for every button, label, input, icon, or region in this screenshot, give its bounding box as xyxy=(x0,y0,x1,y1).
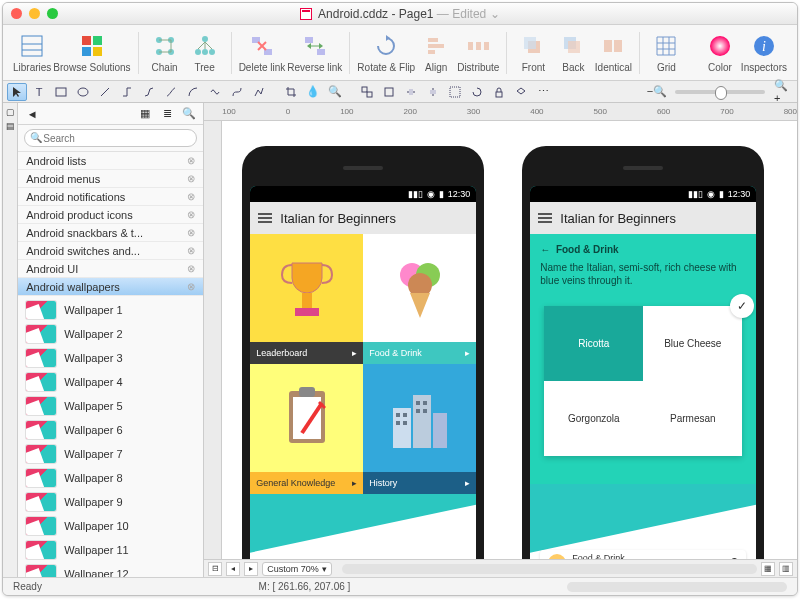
library-item[interactable]: Wallpaper 9 xyxy=(18,490,203,514)
svg-point-12 xyxy=(195,49,201,55)
snap-tool[interactable] xyxy=(445,83,465,101)
rect-tool[interactable] xyxy=(51,83,71,101)
more-tool[interactable]: ⋯ xyxy=(533,83,553,101)
chain-button[interactable]: Chain xyxy=(146,33,184,73)
spline-tool[interactable] xyxy=(205,83,225,101)
eyedropper-tool[interactable]: 💧 xyxy=(303,83,323,101)
tree-button[interactable]: Tree xyxy=(186,33,224,73)
library-item[interactable]: Wallpaper 7 xyxy=(18,442,203,466)
search-input[interactable] xyxy=(24,129,197,147)
distribute-button[interactable]: Distribute xyxy=(457,33,499,73)
close-icon[interactable]: ⊗ xyxy=(187,188,195,206)
zoom-select[interactable]: Custom 70%▾ xyxy=(262,562,332,576)
libraries-button[interactable]: Libraries xyxy=(13,33,51,73)
group-tool-1[interactable] xyxy=(357,83,377,101)
document-icon xyxy=(300,8,312,20)
ellipse-tool[interactable] xyxy=(73,83,93,101)
scroll-left-button[interactable]: ◂ xyxy=(226,562,240,576)
close-icon[interactable]: ⊗ xyxy=(187,170,195,188)
rotate-flip-button[interactable]: Rotate & Flip xyxy=(357,33,415,73)
panel-toggle-1[interactable]: ▢ xyxy=(6,107,15,117)
library-item[interactable]: Wallpaper 1 xyxy=(18,298,203,322)
zoom-slider[interactable] xyxy=(675,90,765,94)
align-button[interactable]: Align xyxy=(417,33,455,73)
align-tool-2[interactable] xyxy=(423,83,443,101)
sidebar-back-button[interactable]: ◄ xyxy=(24,106,40,122)
svg-marker-23 xyxy=(386,35,390,41)
connector-tool-3[interactable] xyxy=(161,83,181,101)
polyline-tool[interactable] xyxy=(249,83,269,101)
lock-tool[interactable] xyxy=(489,83,509,101)
layers-tool[interactable] xyxy=(511,83,531,101)
zoom-out-button[interactable]: −🔍 xyxy=(647,83,667,101)
category-item[interactable]: Android wallpapers⊗ xyxy=(18,278,203,296)
library-item[interactable]: Wallpaper 5 xyxy=(18,394,203,418)
library-item[interactable]: Wallpaper 10 xyxy=(18,514,203,538)
wallpaper-thumb-icon xyxy=(26,325,56,343)
bezier-tool[interactable] xyxy=(227,83,247,101)
panel-toggle-2[interactable]: ▤ xyxy=(6,121,15,131)
svg-line-42 xyxy=(101,88,109,96)
rotate-tool[interactable] xyxy=(467,83,487,101)
quiz-progress: Food & Drink 1 / 10 0 xyxy=(540,550,746,559)
close-icon[interactable]: ⊗ xyxy=(187,278,195,296)
category-item[interactable]: Android UI⊗ xyxy=(18,260,203,278)
canvas[interactable]: ▮▮▯ ◉ ▮ 12:30 Italian for Beginners xyxy=(222,121,797,559)
close-icon[interactable]: ⊗ xyxy=(187,224,195,242)
group-tool-2[interactable] xyxy=(379,83,399,101)
library-item[interactable]: Wallpaper 12 xyxy=(18,562,203,577)
title-chevron-icon[interactable]: ⌄ xyxy=(490,7,500,21)
library-item[interactable]: Wallpaper 3 xyxy=(18,346,203,370)
arc-tool[interactable] xyxy=(183,83,203,101)
svg-rect-28 xyxy=(476,42,481,50)
pointer-tool[interactable] xyxy=(7,83,27,101)
close-icon[interactable]: ⊗ xyxy=(187,260,195,278)
page-prev-button[interactable]: ⊟ xyxy=(208,562,222,576)
front-button[interactable]: Front xyxy=(514,33,552,73)
scroll-right-button[interactable]: ▸ xyxy=(244,562,258,576)
search-field[interactable]: 🔍 xyxy=(18,125,203,152)
hscrollbar[interactable] xyxy=(342,564,757,574)
status-scrollbar[interactable] xyxy=(567,582,787,592)
category-item[interactable]: Android notifications⊗ xyxy=(18,188,203,206)
category-item[interactable]: Android switches and...⊗ xyxy=(18,242,203,260)
connector-tool-1[interactable] xyxy=(117,83,137,101)
inspectors-button[interactable]: iInspectors xyxy=(741,33,787,73)
library-item[interactable]: Wallpaper 8 xyxy=(18,466,203,490)
phone-mockup-2[interactable]: ▮▮▯ ◉ ▮ 12:30 Italian for Beginners ← Fo… xyxy=(522,146,764,559)
reverse-link-button[interactable]: Reverse link xyxy=(287,33,342,73)
page-config-2[interactable]: ▥ xyxy=(779,562,793,576)
category-item[interactable]: Android menus⊗ xyxy=(18,170,203,188)
wallpaper-thumb-icon xyxy=(26,565,56,577)
close-icon[interactable]: ⊗ xyxy=(187,152,195,170)
browse-solutions-button[interactable]: Browse Solutions xyxy=(53,33,130,73)
zoom-tool[interactable]: 🔍 xyxy=(325,83,345,101)
library-item[interactable]: Wallpaper 2 xyxy=(18,322,203,346)
align-tool-1[interactable] xyxy=(401,83,421,101)
phone-mockup-1[interactable]: ▮▮▯ ◉ ▮ 12:30 Italian for Beginners xyxy=(242,146,484,559)
sidebar-grid-view[interactable]: ▦ xyxy=(137,106,153,122)
sidebar-list-view[interactable]: ≣ xyxy=(159,106,175,122)
close-icon[interactable]: ⊗ xyxy=(187,206,195,224)
color-button[interactable]: Color xyxy=(701,33,739,73)
close-icon[interactable]: ⊗ xyxy=(187,242,195,260)
connector-tool-2[interactable] xyxy=(139,83,159,101)
text-tool[interactable]: T xyxy=(29,83,49,101)
page-config-1[interactable]: ▦ xyxy=(761,562,775,576)
zoom-in-button[interactable]: 🔍+ xyxy=(773,83,793,101)
library-item[interactable]: Wallpaper 6 xyxy=(18,418,203,442)
crop-tool[interactable] xyxy=(281,83,301,101)
sidebar-search-toggle[interactable]: 🔍 xyxy=(181,106,197,122)
svg-rect-27 xyxy=(468,42,473,50)
category-item[interactable]: Android snackbars & t...⊗ xyxy=(18,224,203,242)
svg-point-36 xyxy=(710,36,730,56)
library-item[interactable]: Wallpaper 11 xyxy=(18,538,203,562)
back-button[interactable]: Back xyxy=(554,33,592,73)
identical-button[interactable]: Identical xyxy=(594,33,632,73)
category-item[interactable]: Android product icons⊗ xyxy=(18,206,203,224)
delete-link-button[interactable]: Delete link xyxy=(239,33,286,73)
category-item[interactable]: Android lists⊗ xyxy=(18,152,203,170)
library-item[interactable]: Wallpaper 4 xyxy=(18,370,203,394)
grid-button[interactable]: Grid xyxy=(647,33,685,73)
line-tool[interactable] xyxy=(95,83,115,101)
